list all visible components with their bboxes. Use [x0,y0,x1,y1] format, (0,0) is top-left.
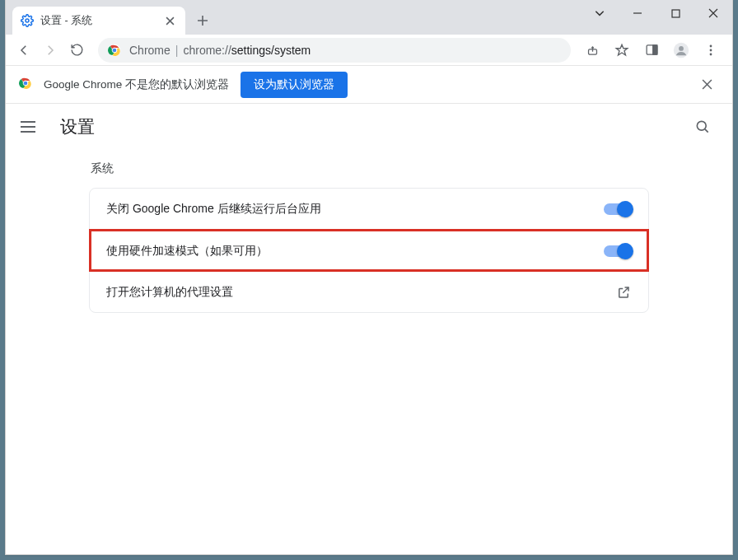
svg-point-3 [113,48,117,52]
row-label: 打开您计算机的代理设置 [106,285,615,300]
page-title: 设置 [60,115,688,138]
set-default-button[interactable]: 设为默认浏览器 [241,72,348,98]
toggle-background-apps[interactable] [604,203,632,215]
infobar-message: Google Chrome 不是您的默认浏览器 [44,77,229,92]
chrome-window: 设置 - 系统 Chrome | [5,0,733,555]
row-label: 使用硬件加速模式（如果可用） [106,244,604,259]
close-tab-icon[interactable] [162,13,177,28]
close-window-button[interactable] [694,0,732,26]
row-background-apps[interactable]: 关闭 Google Chrome 后继续运行后台应用 [90,189,648,230]
reload-button[interactable] [65,39,88,62]
chevron-down-icon[interactable] [581,0,619,26]
svg-point-10 [710,44,712,47]
close-infobar-icon[interactable] [694,72,719,97]
row-proxy-settings[interactable]: 打开您计算机的代理设置 [90,271,648,312]
svg-point-14 [24,82,28,86]
forward-button[interactable] [39,39,62,62]
default-browser-infobar: Google Chrome 不是您的默认浏览器 设为默认浏览器 [6,66,732,104]
svg-point-9 [679,46,684,51]
toolbar: Chrome | chrome://settings/system [6,35,732,66]
section-title: 系统 [89,161,649,188]
svg-rect-1 [672,10,680,17]
address-bar[interactable]: Chrome | chrome://settings/system [98,38,571,63]
hamburger-icon[interactable] [21,117,40,137]
svg-point-16 [697,121,706,130]
svg-point-12 [710,53,712,55]
bookmark-icon[interactable] [610,39,633,62]
address-scheme: chrome:// [183,44,231,57]
side-panel-icon[interactable] [640,39,663,62]
chrome-icon [108,44,121,57]
settings-card: 关闭 Google Chrome 后继续运行后台应用 使用硬件加速模式（如果可用… [89,188,649,313]
row-hardware-accel[interactable]: 使用硬件加速模式（如果可用） [90,230,648,271]
svg-rect-7 [652,45,656,54]
browser-tab[interactable]: 设置 - 系统 [12,7,185,35]
new-tab-button[interactable] [190,8,215,33]
system-section: 系统 关闭 Google Chrome 后继续运行后台应用 使用硬件加速模式（如… [89,161,649,313]
svg-point-11 [710,49,712,51]
external-link-icon [615,284,632,301]
address-source: Chrome [129,44,170,57]
window-controls [581,0,732,26]
settings-header: 设置 [6,104,732,150]
row-label: 关闭 Google Chrome 后继续运行后台应用 [106,202,604,217]
chrome-icon [19,77,32,92]
tab-title: 设置 - 系统 [40,14,162,28]
gear-icon [21,14,34,27]
toggle-hardware-accel[interactable] [604,245,632,257]
settings-content: 系统 关闭 Google Chrome 后继续运行后台应用 使用硬件加速模式（如… [6,150,732,554]
address-path: settings/system [231,44,311,57]
minimize-button[interactable] [619,0,656,26]
address-separator: | [175,44,179,57]
toolbar-right [581,39,726,62]
share-icon[interactable] [581,39,604,62]
profile-icon[interactable] [670,39,693,62]
maximize-button[interactable] [656,0,694,26]
tabstrip: 设置 - 系统 [6,0,732,35]
menu-icon[interactable] [699,39,722,62]
svg-point-0 [26,19,29,22]
back-button[interactable] [12,39,35,62]
search-icon[interactable] [688,112,717,142]
